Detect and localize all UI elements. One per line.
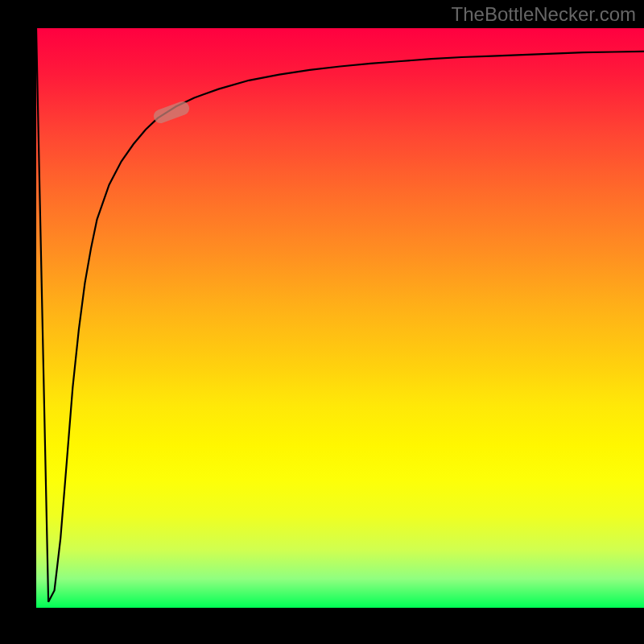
watermark-text: TheBottleNecker.com xyxy=(452,3,636,26)
chart-curve xyxy=(36,28,644,608)
